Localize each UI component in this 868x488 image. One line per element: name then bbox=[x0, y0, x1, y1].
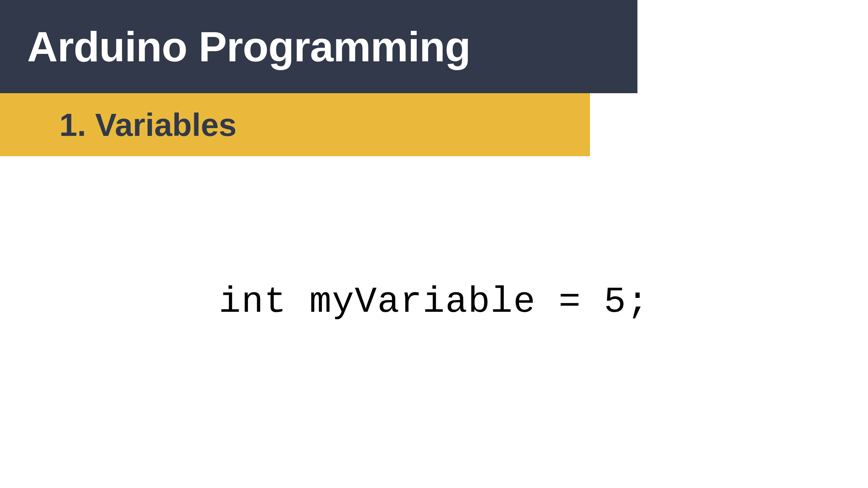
code-snippet: int myVariable = 5; bbox=[219, 281, 649, 323]
header-banner: Arduino Programming bbox=[0, 0, 637, 93]
subheader-banner: 1. Variables bbox=[0, 93, 590, 156]
page-title: Arduino Programming bbox=[27, 22, 470, 71]
code-example-area: int myVariable = 5; bbox=[0, 281, 868, 323]
section-heading: 1. Variables bbox=[59, 106, 237, 143]
